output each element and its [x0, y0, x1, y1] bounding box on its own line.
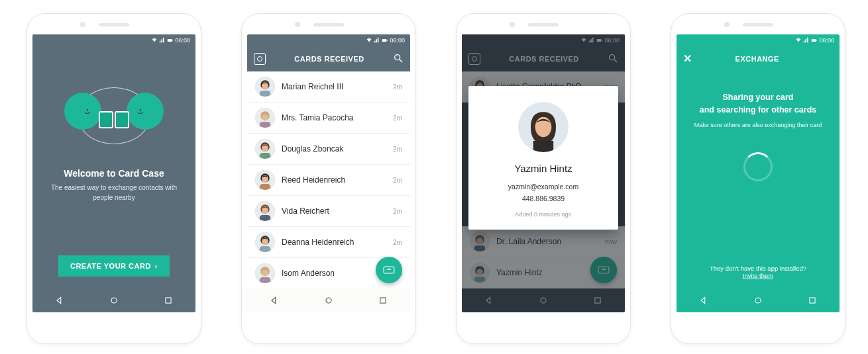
svg-rect-17 [260, 122, 271, 128]
contact-name: Isom Anderson [282, 269, 386, 278]
nav-recent-icon[interactable] [378, 296, 388, 305]
svg-rect-68 [816, 40, 817, 41]
avatar [255, 108, 275, 128]
avatar [255, 77, 275, 97]
signal-icon [803, 37, 810, 44]
phone-frame-3: 06:00 CARDS RECEIVED Lisette Greenfelder… [456, 13, 631, 344]
contact-row[interactable]: Mrs. Tamia Pacocha 2m [247, 103, 410, 134]
exchange-screen: 06:00 ✕ EXCHANGE Sharing your card and s… [677, 34, 840, 312]
status-bar: 06:00 [247, 34, 410, 46]
nav-recent-icon[interactable] [164, 296, 173, 305]
contact-name: Vida Reichert [282, 206, 386, 216]
avatar [255, 263, 275, 283]
invite-footer: They don't have this app installed? Invi… [710, 265, 806, 279]
app-logo-icon[interactable] [254, 53, 266, 65]
svg-rect-7 [387, 40, 388, 41]
contact-time: 2m [393, 208, 402, 215]
invite-link[interactable]: Invite them [743, 272, 773, 279]
phone-frame-4: 06:00 ✕ EXCHANGE Sharing your card and s… [671, 13, 845, 344]
status-time: 06:00 [175, 37, 190, 44]
appbar-title: CARDS RECEIVED [266, 55, 393, 63]
status-time: 06:00 [390, 37, 405, 44]
nav-home-icon[interactable] [753, 296, 763, 305]
close-icon[interactable]: ✕ [683, 54, 692, 64]
contact-name: Yazmin Hintz [514, 163, 572, 174]
android-nav-bar [247, 288, 410, 312]
contact-name: Marian Reichel III [282, 82, 386, 91]
wifi-icon [151, 37, 158, 44]
welcome-title: Welcome to Card Case [64, 168, 164, 179]
signal-icon [159, 37, 166, 44]
svg-rect-6 [382, 39, 387, 42]
contact-row[interactable]: Douglas Zboncak 2m [247, 134, 410, 165]
svg-rect-70 [810, 298, 815, 303]
contact-time: 2m [393, 239, 402, 246]
avatar [255, 170, 275, 190]
nav-home-icon[interactable] [109, 296, 119, 305]
svg-rect-21 [260, 153, 271, 159]
svg-point-4 [111, 298, 117, 303]
signal-icon [374, 37, 380, 44]
contact-name: Reed Heidenreich [282, 175, 386, 185]
contact-name: Mrs. Tamia Pacocha [282, 113, 386, 122]
svg-rect-13 [260, 91, 271, 97]
exchange-heading: Sharing your card and searching for othe… [700, 91, 816, 116]
svg-rect-1 [172, 40, 173, 41]
nav-back-icon[interactable] [270, 296, 279, 305]
avatar [255, 232, 275, 252]
contact-row[interactable]: Deanna Heidenreich 2m [247, 227, 410, 258]
svg-rect-44 [380, 298, 386, 303]
battery-icon [382, 37, 388, 44]
svg-line-9 [400, 60, 402, 62]
wifi-icon [795, 37, 802, 44]
svg-rect-37 [260, 277, 271, 283]
contact-row[interactable]: Reed Heidenreich 2m [247, 165, 410, 196]
phone-frame-2: 06:00 CARDS RECEIVED Marian Reichel III … [241, 13, 416, 344]
nav-recent-icon[interactable] [808, 296, 817, 305]
contacts-list-screen: 06:00 CARDS RECEIVED Marian Reichel III … [247, 34, 410, 312]
svg-rect-25 [260, 184, 271, 190]
svg-rect-42 [384, 267, 394, 273]
wifi-icon [366, 37, 372, 44]
contact-row[interactable]: Marian Reichel III 2m [247, 71, 410, 103]
app-bar: CARDS RECEIVED [247, 46, 410, 71]
contact-row[interactable]: Vida Reichert 2m [247, 196, 410, 227]
phone-frame-1: 06:00 Welcome to Card Case The easiest w… [27, 13, 201, 344]
svg-point-69 [755, 298, 761, 303]
welcome-screen: 06:00 Welcome to Card Case The easiest w… [32, 34, 195, 312]
svg-rect-29 [260, 215, 271, 221]
search-icon[interactable] [393, 53, 404, 65]
nav-back-icon[interactable] [55, 296, 64, 305]
app-bar: ✕ EXCHANGE [677, 46, 840, 71]
svg-rect-64 [533, 141, 553, 152]
battery-icon [811, 37, 818, 44]
battery-icon [167, 37, 174, 44]
svg-rect-67 [812, 39, 816, 42]
android-nav-bar [32, 288, 195, 312]
welcome-subtitle: The easiest way to exchange contacts wit… [46, 183, 182, 202]
avatar [255, 139, 275, 159]
contact-added-time: Added 0 minutes ago [515, 211, 571, 218]
svg-point-3 [140, 109, 141, 111]
contact-avatar [518, 102, 569, 152]
exchange-subtext: Make sure others are also exchanging the… [694, 122, 822, 128]
contact-name: Deanna Heidenreich [282, 238, 386, 247]
appbar-title: EXCHANGE [692, 55, 823, 63]
contact-detail-screen: 06:00 CARDS RECEIVED Lisette Greenfelder… [462, 34, 625, 312]
nav-home-icon[interactable] [324, 296, 333, 305]
nav-back-icon[interactable] [699, 296, 708, 305]
android-nav-bar [677, 288, 840, 312]
svg-point-43 [326, 298, 331, 303]
contact-time: 2m [393, 114, 402, 122]
avatar [255, 201, 275, 221]
create-card-label: CREATE YOUR CARD [70, 262, 151, 270]
contacts-list[interactable]: Marian Reichel III 2m Mrs. Tamia Pacocha… [247, 71, 410, 288]
exchange-fab[interactable] [376, 257, 402, 283]
chevron-right-icon: › [155, 262, 158, 270]
contact-time: 2m [393, 177, 402, 184]
contact-time: 2m [393, 146, 402, 153]
contact-card-modal: Yazmin Hintz yazmin@example.com 448.886.… [468, 86, 618, 230]
svg-point-8 [395, 55, 400, 60]
contact-name: Douglas Zboncak [282, 144, 386, 154]
create-card-button[interactable]: CREATE YOUR CARD › [58, 255, 170, 277]
